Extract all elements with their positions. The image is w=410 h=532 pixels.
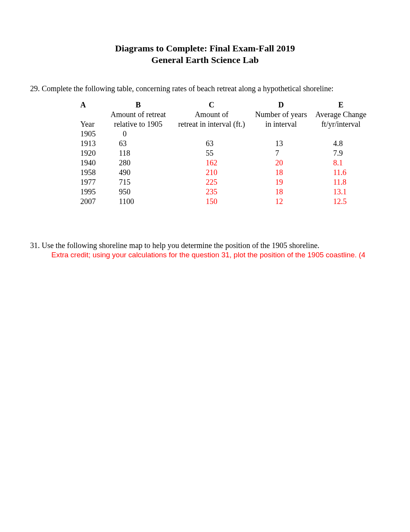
q31-line1: 31. Use the following shoreline map to h… [30, 241, 380, 250]
cell-retreat-cum: 118 [103, 148, 173, 158]
cell-retreat-interval: 150 [173, 197, 250, 206]
hdr-c: C [173, 100, 250, 110]
q29-table: A B C D E Amount of retreat Amount of Nu… [80, 100, 380, 206]
cell-years-interval: 7 [250, 148, 312, 158]
hdr-a: A [80, 100, 103, 110]
cell-years-interval [250, 129, 312, 139]
hdr3-a: Year [80, 119, 103, 129]
cell-retreat-cum: 280 [103, 158, 173, 168]
table-row: 19959502351813.1 [80, 187, 370, 197]
cell-year: 1958 [80, 168, 103, 177]
cell-avg-change: 13.1 [312, 187, 370, 197]
hdr2-b: Amount of retreat [103, 110, 173, 119]
cell-avg-change: 4.8 [312, 139, 370, 148]
cell-retreat-cum: 490 [103, 168, 173, 177]
cell-retreat-interval: 162 [173, 158, 250, 168]
cell-retreat-cum: 1100 [103, 197, 173, 206]
table-row: 19584902101811.6 [80, 168, 370, 177]
table-row: 19136363134.8 [80, 139, 370, 148]
cell-year: 1913 [80, 139, 103, 148]
table-row: 200711001501212.5 [80, 197, 370, 206]
cell-retreat-interval: 55 [173, 148, 250, 158]
cell-year: 2007 [80, 197, 103, 206]
cell-years-interval: 18 [250, 187, 312, 197]
cell-retreat-cum: 950 [103, 187, 173, 197]
cell-avg-change: 11.8 [312, 177, 370, 187]
page-title-block: Diagrams to Complete: Final Exam-Fall 20… [30, 42, 380, 66]
q29-prompt: 29. Complete the following table, concer… [30, 84, 380, 93]
cell-year: 1995 [80, 187, 103, 197]
cell-years-interval: 12 [250, 197, 312, 206]
cell-retreat-interval: 225 [173, 177, 250, 187]
hdr3-d: in interval [250, 119, 312, 129]
hdr3-b: relative to 1905 [103, 119, 173, 129]
cell-avg-change: 12.5 [312, 197, 370, 206]
title-line-2: General Earth Science Lab [30, 54, 380, 66]
hdr3-c: retreat in interval (ft.) [173, 119, 250, 129]
cell-years-interval: 20 [250, 158, 312, 168]
q31-block: 31. Use the following shoreline map to h… [30, 241, 380, 259]
cell-avg-change: 11.6 [312, 168, 370, 177]
hdr-b: B [103, 100, 173, 110]
cell-retreat-interval [173, 129, 250, 139]
cell-avg-change: 8.1 [312, 158, 370, 168]
cell-retreat-cum: 715 [103, 177, 173, 187]
cell-year: 1905 [80, 129, 103, 139]
table-header-line2: Amount of retreat Amount of Number of ye… [80, 110, 370, 119]
title-line-1: Diagrams to Complete: Final Exam-Fall 20… [30, 42, 380, 54]
cell-year: 1940 [80, 158, 103, 168]
table-header-letters: A B C D E [80, 100, 370, 110]
table-header-line3: Year relative to 1905 retreat in interva… [80, 119, 370, 129]
cell-year: 1920 [80, 148, 103, 158]
cell-retreat-cum: 0 [103, 129, 173, 139]
table-row: 1940280162208.1 [80, 158, 370, 168]
cell-years-interval: 18 [250, 168, 312, 177]
hdr2-d: Number of years [250, 110, 312, 119]
cell-retreat-interval: 235 [173, 187, 250, 197]
cell-retreat-cum: 63 [103, 139, 173, 148]
hdr-e: E [312, 100, 370, 110]
table-row: 19050 [80, 129, 370, 139]
cell-years-interval: 19 [250, 177, 312, 187]
hdr-d: D [250, 100, 312, 110]
cell-avg-change: 7.9 [312, 148, 370, 158]
q31-line2-extra-credit: Extra credit; using your calculations fo… [51, 251, 380, 259]
hdr3-e: ft/yr/interval [312, 119, 370, 129]
cell-avg-change [312, 129, 370, 139]
hdr2-e: Average Change [312, 110, 370, 119]
cell-retreat-interval: 63 [173, 139, 250, 148]
hdr2-c: Amount of [173, 110, 250, 119]
cell-year: 1977 [80, 177, 103, 187]
table-row: 19777152251911.8 [80, 177, 370, 187]
table-row: 19201185577.9 [80, 148, 370, 158]
cell-years-interval: 13 [250, 139, 312, 148]
cell-retreat-interval: 210 [173, 168, 250, 177]
